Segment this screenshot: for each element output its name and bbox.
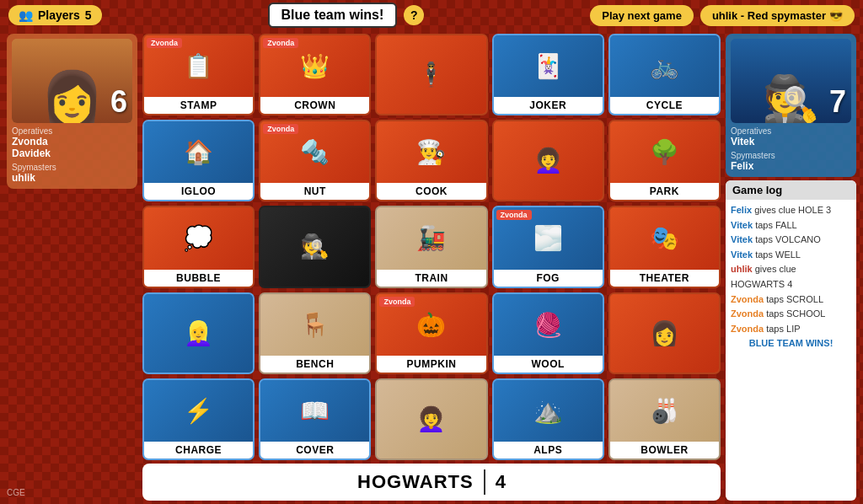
card-item[interactable]: ⛰️ ALPS [492, 378, 604, 460]
blue-team-info: Operatives Vitek Spymasters Felix [731, 126, 851, 172]
card-tag: Zvonda [147, 38, 182, 48]
blue-team-count: 7 [829, 84, 846, 120]
card-image: Zvonda 📋 [144, 35, 253, 97]
card-image: 🕴️ [377, 35, 485, 114]
players-badge: 👥 Players 5 [8, 5, 102, 25]
clue-divider [484, 469, 485, 495]
card-item[interactable]: Zvonda 🎃 PUMPKIN [375, 292, 487, 374]
card-word: CROWN [260, 97, 369, 114]
card-image: 👩 [610, 294, 719, 373]
card-art: 👨‍🍳 [377, 121, 485, 183]
card-image: 👩‍🦱 [377, 380, 485, 458]
log-entry: Zvonda taps SCROLL [731, 292, 851, 308]
card-item[interactable]: 🌳 PARK [608, 120, 721, 201]
card-image: Zvonda 🔩 [260, 121, 369, 183]
card-art: 🏠 [144, 121, 253, 183]
game-board: Zvonda 📋 STAMP Zvonda 👑 CROWN 🕴️ 🃏 JOKER… [142, 34, 721, 501]
card-item[interactable]: Zvonda 📋 STAMP [142, 34, 255, 115]
card-item[interactable]: 👩‍🦱 [375, 378, 487, 460]
card-item[interactable]: Zvonda 🌫️ FOG [492, 206, 604, 287]
red-team-avatar: 6 [12, 39, 132, 123]
card-item[interactable]: Zvonda 🔩 NUT [259, 120, 371, 201]
log-entry: Zvonda taps LIP [731, 322, 851, 337]
players-count: 5 [85, 8, 92, 22]
card-item[interactable]: 🚂 TRAIN [375, 206, 487, 287]
topbar: 👥 Players 5 Blue team wins! ? Play next … [0, 0, 863, 30]
card-item[interactable]: 🎳 BOWLER [608, 378, 721, 460]
card-art: 💭 [144, 207, 253, 269]
card-image: 🃏 [494, 35, 603, 97]
card-image: 👨‍🍳 [377, 121, 485, 183]
card-word: CYCLE [610, 97, 719, 114]
card-art: 🎭 [610, 207, 719, 269]
card-image: 🌳 [610, 121, 719, 183]
card-item[interactable]: 🕵️ [259, 206, 371, 287]
card-item[interactable]: 🚲 CYCLE [608, 34, 721, 115]
blue-team-avatar: 7 [731, 39, 851, 123]
card-item[interactable]: 🏠 IGLOO [142, 120, 255, 201]
card-word: NUT [260, 183, 369, 200]
card-word: CHARGE [144, 442, 253, 458]
card-image: 🎳 [610, 380, 719, 442]
clue-bar: HOGWARTS 4 [142, 464, 721, 501]
card-art: 🚂 [377, 207, 485, 269]
red-operative-1: Zvonda [12, 136, 132, 147]
card-item[interactable]: 💭 BUBBLE [142, 206, 255, 287]
card-art: 👩 [610, 294, 719, 373]
card-item[interactable]: 🕴️ [375, 34, 487, 115]
card-image: 🏠 [144, 121, 253, 183]
card-item[interactable]: 🃏 JOKER [492, 34, 604, 115]
help-button[interactable]: ? [404, 5, 424, 25]
card-image: 💭 [144, 207, 253, 269]
red-team-info: Operatives Zvonda Davidek Spymasters uhl… [12, 126, 132, 184]
card-word: THEATER [610, 270, 719, 287]
card-word: COOK [377, 183, 485, 200]
card-item[interactable]: 👩‍🦱 [492, 120, 604, 201]
log-entry: Zvonda taps SCHOOL [731, 307, 851, 322]
card-art: 🕴️ [377, 35, 485, 114]
card-word: WOOL [494, 356, 603, 373]
game-log: Game log Felix gives clue HOLE 3Vitek ta… [726, 180, 856, 501]
card-art: 🪑 [260, 294, 369, 356]
blue-spymaster: Felix [731, 160, 851, 172]
card-image: Zvonda 🌫️ [494, 207, 603, 269]
card-image: 👱‍♀️ [144, 294, 253, 373]
card-item[interactable]: 👱‍♀️ [142, 292, 255, 374]
card-item[interactable]: 👨‍🍳 COOK [375, 120, 487, 201]
play-next-button[interactable]: Play next game [590, 5, 694, 26]
card-item[interactable]: 🧶 WOOL [492, 292, 604, 374]
card-item[interactable]: 👩 [608, 292, 721, 374]
red-team-card: 6 Operatives Zvonda Davidek Spymasters u… [7, 34, 137, 189]
log-entry: Vitek taps FALL [731, 218, 851, 233]
card-item[interactable]: ⚡ CHARGE [142, 378, 255, 460]
game-log-entries: Felix gives clue HOLE 3Vitek taps FALLVi… [726, 200, 856, 501]
card-image: 🎭 [610, 207, 719, 269]
red-operatives-label: Operatives [12, 126, 132, 136]
spymaster-label: uhlik - Red spymaster [712, 9, 826, 22]
spymaster-button[interactable]: uhlik - Red spymaster 😎 [700, 5, 855, 26]
red-operative-2: Davidek [12, 147, 132, 159]
card-item[interactable]: 🪑 BENCH [259, 292, 371, 374]
card-image: Zvonda 👑 [260, 35, 369, 97]
players-label: Players [38, 8, 80, 22]
blue-spymasters-label: Spymasters [731, 151, 851, 160]
red-team-panel: 6 Operatives Zvonda Davidek Spymasters u… [7, 34, 137, 501]
card-word: JOKER [494, 97, 603, 114]
log-entry: uhlik gives clue HOGWARTS 4 [731, 262, 851, 292]
card-word: BUBBLE [144, 270, 253, 287]
card-item[interactable]: 🎭 THEATER [608, 206, 721, 287]
card-tag: Zvonda [379, 297, 415, 307]
card-art: 🌳 [610, 121, 719, 183]
card-art: 🕵️ [260, 207, 369, 286]
cards-grid: Zvonda 📋 STAMP Zvonda 👑 CROWN 🕴️ 🃏 JOKER… [142, 34, 721, 460]
clue-word: HOGWARTS [357, 471, 474, 493]
main-content: 6 Operatives Zvonda Davidek Spymasters u… [0, 30, 863, 504]
card-art: 🚲 [610, 35, 719, 97]
win-banner: Blue team wins! [268, 3, 398, 28]
log-entry: BLUE TEAM WINS! [731, 336, 851, 351]
card-art: 🃏 [494, 35, 603, 97]
card-item[interactable]: Zvonda 👑 CROWN [259, 34, 371, 115]
spymaster-icon: 😎 [829, 9, 843, 22]
card-item[interactable]: 📖 COVER [259, 378, 371, 460]
card-tag: Zvonda [496, 210, 532, 220]
